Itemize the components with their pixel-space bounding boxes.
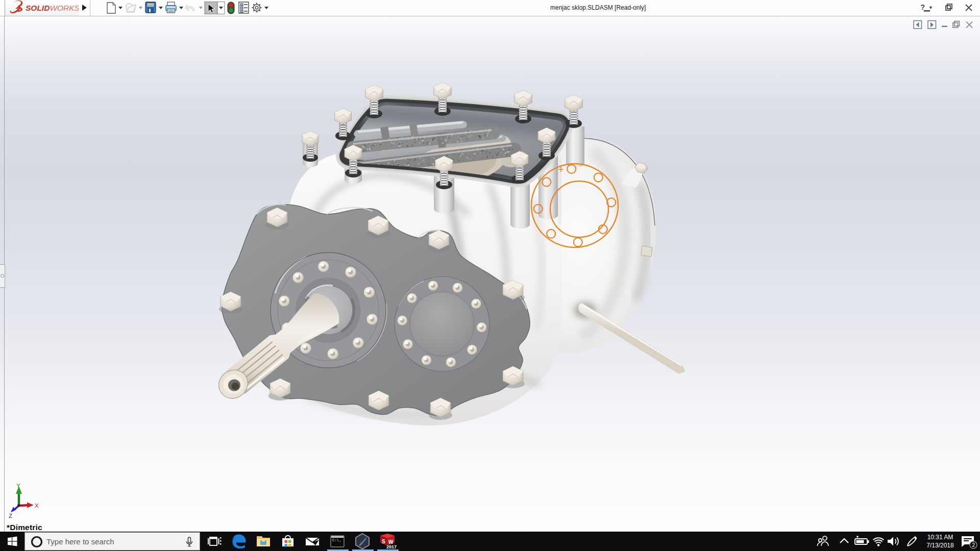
svg-text:Z: Z bbox=[9, 513, 12, 519]
svg-text:C:\_: C:\_ bbox=[332, 538, 341, 542]
svg-text:2017: 2017 bbox=[386, 544, 397, 549]
svg-text:X: X bbox=[35, 503, 39, 509]
svg-text:2: 2 bbox=[972, 542, 975, 548]
svg-text:S: S bbox=[382, 539, 385, 544]
